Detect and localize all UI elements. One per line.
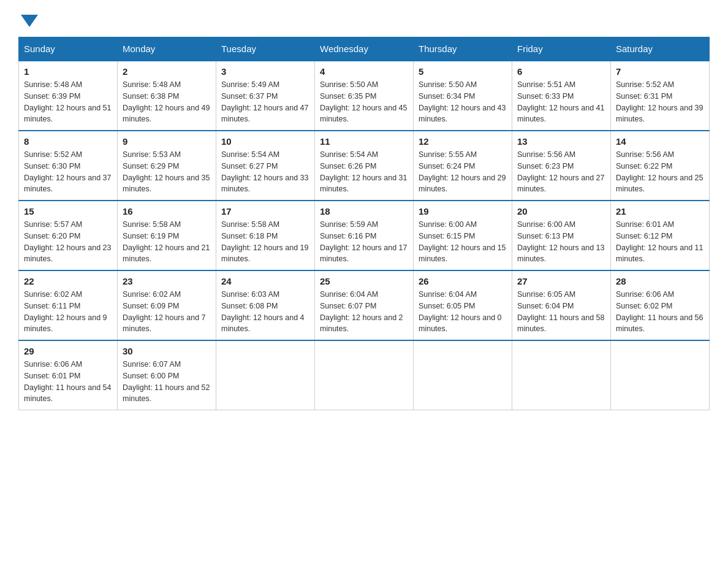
calendar-cell: 23Sunrise: 6:02 AMSunset: 6:09 PMDayligh… [118, 270, 216, 340]
day-number: 3 [221, 66, 309, 77]
calendar-cell: 10Sunrise: 5:54 AMSunset: 6:27 PMDayligh… [216, 131, 315, 201]
calendar-cell: 18Sunrise: 5:59 AMSunset: 6:16 PMDayligh… [315, 201, 414, 270]
day-number: 7 [616, 66, 704, 77]
calendar-cell: 27Sunrise: 6:05 AMSunset: 6:04 PMDayligh… [512, 270, 611, 340]
calendar-cell: 4Sunrise: 5:50 AMSunset: 6:35 PMDaylight… [315, 61, 414, 131]
day-number: 6 [517, 66, 605, 77]
calendar-cell [315, 340, 414, 410]
day-info: Sunrise: 5:48 AMSunset: 6:38 PMDaylight:… [123, 79, 211, 125]
logo [18, 12, 38, 25]
week-row-3: 15Sunrise: 5:57 AMSunset: 6:20 PMDayligh… [19, 201, 710, 270]
day-number: 24 [221, 276, 309, 286]
day-number: 12 [419, 136, 507, 147]
calendar-cell: 19Sunrise: 6:00 AMSunset: 6:15 PMDayligh… [414, 201, 512, 270]
calendar-cell: 2Sunrise: 5:48 AMSunset: 6:38 PMDaylight… [118, 61, 216, 131]
calendar-cell: 28Sunrise: 6:06 AMSunset: 6:02 PMDayligh… [611, 270, 710, 340]
weekday-header-row: SundayMondayTuesdayWednesdayThursdayFrid… [19, 37, 710, 61]
day-info: Sunrise: 5:54 AMSunset: 6:26 PMDaylight:… [320, 149, 408, 195]
day-number: 20 [517, 206, 605, 216]
day-info: Sunrise: 5:58 AMSunset: 6:19 PMDaylight:… [123, 219, 211, 265]
week-row-5: 29Sunrise: 6:06 AMSunset: 6:01 PMDayligh… [19, 340, 710, 410]
day-info: Sunrise: 5:58 AMSunset: 6:18 PMDaylight:… [221, 219, 309, 265]
day-info: Sunrise: 5:51 AMSunset: 6:33 PMDaylight:… [517, 79, 605, 125]
day-number: 8 [24, 136, 112, 147]
day-info: Sunrise: 6:07 AMSunset: 6:00 PMDaylight:… [123, 359, 211, 405]
day-number: 1 [24, 66, 112, 77]
day-info: Sunrise: 6:00 AMSunset: 6:13 PMDaylight:… [517, 219, 605, 265]
calendar-table: SundayMondayTuesdayWednesdayThursdayFrid… [18, 37, 710, 410]
day-info: Sunrise: 5:56 AMSunset: 6:22 PMDaylight:… [616, 149, 704, 195]
day-number: 23 [123, 276, 211, 286]
calendar-cell: 30Sunrise: 6:07 AMSunset: 6:00 PMDayligh… [118, 340, 216, 410]
day-number: 15 [24, 206, 112, 216]
calendar-cell: 13Sunrise: 5:56 AMSunset: 6:23 PMDayligh… [512, 131, 611, 201]
week-row-4: 22Sunrise: 6:02 AMSunset: 6:11 PMDayligh… [19, 270, 710, 340]
day-number: 16 [123, 206, 211, 216]
day-info: Sunrise: 5:55 AMSunset: 6:24 PMDaylight:… [419, 149, 507, 195]
day-info: Sunrise: 6:06 AMSunset: 6:01 PMDaylight:… [24, 359, 112, 405]
day-info: Sunrise: 5:54 AMSunset: 6:27 PMDaylight:… [221, 149, 309, 195]
calendar-cell: 9Sunrise: 5:53 AMSunset: 6:29 PMDaylight… [118, 131, 216, 201]
day-number: 17 [221, 206, 309, 216]
weekday-header-thursday: Thursday [414, 37, 512, 61]
day-info: Sunrise: 6:05 AMSunset: 6:04 PMDaylight:… [517, 289, 605, 335]
day-number: 26 [419, 276, 507, 286]
week-row-1: 1Sunrise: 5:48 AMSunset: 6:39 PMDaylight… [19, 61, 710, 131]
calendar-cell: 7Sunrise: 5:52 AMSunset: 6:31 PMDaylight… [611, 61, 710, 131]
day-number: 9 [123, 136, 211, 147]
calendar-cell: 3Sunrise: 5:49 AMSunset: 6:37 PMDaylight… [216, 61, 315, 131]
calendar-cell: 22Sunrise: 6:02 AMSunset: 6:11 PMDayligh… [19, 270, 118, 340]
day-info: Sunrise: 5:50 AMSunset: 6:34 PMDaylight:… [419, 79, 507, 125]
calendar-cell: 6Sunrise: 5:51 AMSunset: 6:33 PMDaylight… [512, 61, 611, 131]
calendar-cell: 12Sunrise: 5:55 AMSunset: 6:24 PMDayligh… [414, 131, 512, 201]
day-number: 18 [320, 206, 408, 216]
calendar-cell [512, 340, 611, 410]
calendar-cell: 1Sunrise: 5:48 AMSunset: 6:39 PMDaylight… [19, 61, 118, 131]
page-header [18, 12, 710, 25]
weekday-header-sunday: Sunday [19, 37, 118, 61]
calendar-cell: 8Sunrise: 5:52 AMSunset: 6:30 PMDaylight… [19, 131, 118, 201]
day-info: Sunrise: 6:04 AMSunset: 6:07 PMDaylight:… [320, 289, 408, 335]
calendar-cell: 11Sunrise: 5:54 AMSunset: 6:26 PMDayligh… [315, 131, 414, 201]
weekday-header-friday: Friday [512, 37, 611, 61]
day-number: 4 [320, 66, 408, 77]
day-info: Sunrise: 6:04 AMSunset: 6:05 PMDaylight:… [419, 289, 507, 335]
calendar-cell: 14Sunrise: 5:56 AMSunset: 6:22 PMDayligh… [611, 131, 710, 201]
day-info: Sunrise: 6:01 AMSunset: 6:12 PMDaylight:… [616, 219, 704, 265]
calendar-cell: 26Sunrise: 6:04 AMSunset: 6:05 PMDayligh… [414, 270, 512, 340]
day-info: Sunrise: 5:52 AMSunset: 6:31 PMDaylight:… [616, 79, 704, 125]
weekday-header-monday: Monday [118, 37, 216, 61]
calendar-cell: 24Sunrise: 6:03 AMSunset: 6:08 PMDayligh… [216, 270, 315, 340]
day-info: Sunrise: 5:50 AMSunset: 6:35 PMDaylight:… [320, 79, 408, 125]
day-info: Sunrise: 6:00 AMSunset: 6:15 PMDaylight:… [419, 219, 507, 265]
calendar-cell: 5Sunrise: 5:50 AMSunset: 6:34 PMDaylight… [414, 61, 512, 131]
day-number: 11 [320, 136, 408, 147]
calendar-cell: 29Sunrise: 6:06 AMSunset: 6:01 PMDayligh… [19, 340, 118, 410]
day-info: Sunrise: 5:48 AMSunset: 6:39 PMDaylight:… [24, 79, 112, 125]
day-number: 25 [320, 276, 408, 286]
day-number: 27 [517, 276, 605, 286]
calendar-cell [414, 340, 512, 410]
calendar-cell: 15Sunrise: 5:57 AMSunset: 6:20 PMDayligh… [19, 201, 118, 270]
day-info: Sunrise: 6:03 AMSunset: 6:08 PMDaylight:… [221, 289, 309, 335]
weekday-header-tuesday: Tuesday [216, 37, 315, 61]
day-info: Sunrise: 6:06 AMSunset: 6:02 PMDaylight:… [616, 289, 704, 335]
day-info: Sunrise: 5:49 AMSunset: 6:37 PMDaylight:… [221, 79, 309, 125]
day-info: Sunrise: 6:02 AMSunset: 6:09 PMDaylight:… [123, 289, 211, 335]
weekday-header-wednesday: Wednesday [315, 37, 414, 61]
day-number: 14 [616, 136, 704, 147]
calendar-cell: 16Sunrise: 5:58 AMSunset: 6:19 PMDayligh… [118, 201, 216, 270]
day-info: Sunrise: 5:53 AMSunset: 6:29 PMDaylight:… [123, 149, 211, 195]
day-info: Sunrise: 5:56 AMSunset: 6:23 PMDaylight:… [517, 149, 605, 195]
day-number: 5 [419, 66, 507, 77]
day-number: 19 [419, 206, 507, 216]
day-number: 30 [123, 346, 211, 356]
calendar-cell: 17Sunrise: 5:58 AMSunset: 6:18 PMDayligh… [216, 201, 315, 270]
day-number: 2 [123, 66, 211, 77]
day-info: Sunrise: 5:59 AMSunset: 6:16 PMDaylight:… [320, 219, 408, 265]
day-info: Sunrise: 5:57 AMSunset: 6:20 PMDaylight:… [24, 219, 112, 265]
calendar-cell: 21Sunrise: 6:01 AMSunset: 6:12 PMDayligh… [611, 201, 710, 270]
day-info: Sunrise: 5:52 AMSunset: 6:30 PMDaylight:… [24, 149, 112, 195]
day-number: 29 [24, 346, 112, 356]
calendar-cell [611, 340, 710, 410]
